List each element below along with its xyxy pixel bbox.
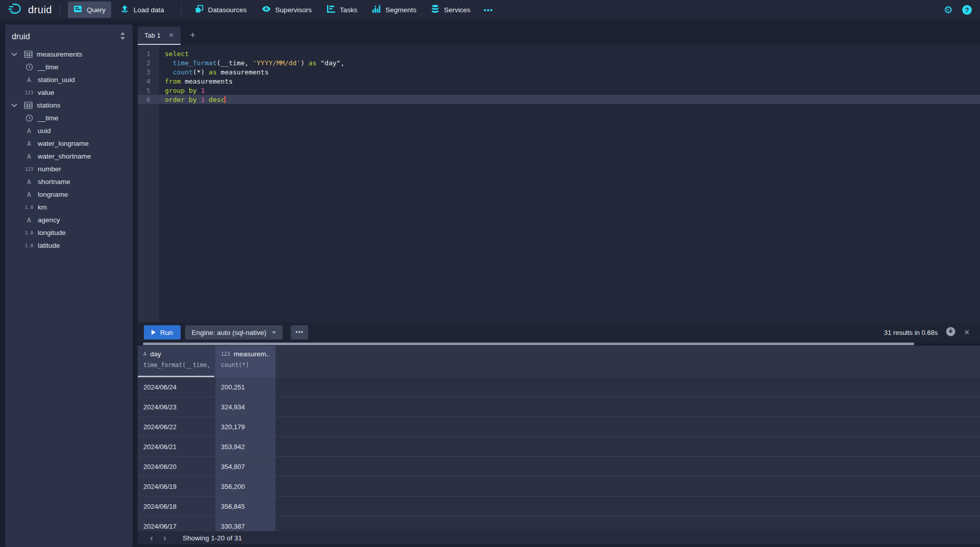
query-more-button[interactable]: ••• bbox=[291, 325, 308, 340]
code-line-3[interactable]: 3 count(*) as measurements bbox=[138, 67, 980, 76]
sidebar-table-measurements[interactable]: measurements bbox=[5, 48, 133, 61]
line-number: 5 bbox=[138, 87, 159, 94]
nav-item-tasks[interactable]: Tasks bbox=[321, 2, 363, 18]
chevron-down-icon[interactable] bbox=[11, 103, 19, 108]
line-number: 6 bbox=[138, 96, 159, 103]
sidebar-table-stations[interactable]: stations bbox=[5, 99, 133, 112]
sidebar-column-number[interactable]: 123number bbox=[5, 163, 133, 175]
tab-close-icon[interactable]: ✕ bbox=[169, 32, 174, 39]
sidebar-column-station_uuid[interactable]: Astation_uuid bbox=[5, 73, 133, 86]
cell-measurements[interactable]: 356,200 bbox=[215, 477, 275, 496]
druid-logo-icon bbox=[8, 3, 23, 17]
tab-query-1[interactable]: Tab 1 ✕ bbox=[138, 27, 181, 45]
next-page-icon[interactable]: › bbox=[158, 533, 171, 542]
chevron-down-icon bbox=[272, 331, 276, 334]
nav-item-supervisors[interactable]: Supervisors bbox=[256, 2, 317, 17]
nav-item-label: Services bbox=[444, 6, 470, 14]
engine-select[interactable]: Engine: auto (sql-native) bbox=[185, 325, 283, 340]
column-header-measurem-[interactable]: 123measurem...count(*) bbox=[215, 346, 275, 377]
horizontal-scrollbar[interactable] bbox=[143, 343, 914, 345]
cell-measurements[interactable]: 354,807 bbox=[215, 457, 275, 476]
sidebar-column-longitude[interactable]: 1.0longitude bbox=[5, 226, 133, 239]
code-line-5[interactable]: 5group by 1 bbox=[138, 86, 980, 95]
cell-measurements[interactable]: 324,934 bbox=[215, 397, 275, 416]
nav-item-load-data[interactable]: Load data bbox=[115, 2, 170, 18]
string-type-icon: A bbox=[23, 191, 35, 198]
sidebar-column-water_shortname[interactable]: Awater_shortname bbox=[5, 150, 133, 163]
sidebar-column-agency[interactable]: Aagency bbox=[5, 214, 133, 226]
code-text: select bbox=[159, 50, 189, 58]
column-expression: count(*) bbox=[221, 361, 270, 369]
code-line-6[interactable]: 6order by 1 desc bbox=[138, 95, 980, 104]
results-body: 2024/06/24200,2512024/06/23324,9342024/0… bbox=[138, 377, 980, 531]
navbar-items: QueryLoad dataDatasourcesSupervisorsTask… bbox=[68, 2, 480, 18]
code-line-1[interactable]: 1select bbox=[138, 49, 980, 58]
navbar-divider bbox=[181, 4, 182, 15]
nav-item-services[interactable]: Services bbox=[425, 2, 476, 18]
code-line-4[interactable]: 4from measurements bbox=[138, 76, 980, 86]
more-icon[interactable]: ••• bbox=[480, 3, 497, 17]
cell-day[interactable]: 2024/06/17 bbox=[138, 516, 215, 531]
run-bar: Run Engine: auto (sql-native) ••• 31 res… bbox=[138, 322, 980, 343]
engine-label: Engine: auto (sql-native) bbox=[192, 329, 266, 336]
cell-measurements[interactable]: 356,845 bbox=[215, 497, 275, 516]
tab-label: Tab 1 bbox=[144, 32, 161, 39]
column-name: value bbox=[38, 89, 54, 96]
cell-day[interactable]: 2024/06/20 bbox=[138, 457, 215, 476]
nav-item-query[interactable]: Query bbox=[68, 2, 111, 18]
query-tabbar: Tab 1 ✕ + bbox=[138, 25, 980, 45]
sidebar-column-latitude[interactable]: 1.0latitude bbox=[5, 239, 133, 252]
play-icon bbox=[152, 330, 156, 335]
new-tab-icon[interactable]: + bbox=[190, 30, 195, 45]
table-name: measurements bbox=[37, 50, 82, 58]
download-icon[interactable] bbox=[946, 327, 956, 338]
sidebar-column-__time[interactable]: __time bbox=[5, 61, 133, 73]
cell-day[interactable]: 2024/06/19 bbox=[138, 477, 215, 496]
table-row: 2024/06/22320,179 bbox=[138, 417, 980, 437]
gear-icon[interactable]: ⚙ bbox=[944, 5, 953, 15]
sidebar-column-__time[interactable]: __time bbox=[5, 112, 133, 124]
table-row: 2024/06/19356,200 bbox=[138, 477, 980, 497]
navbar-divider bbox=[60, 4, 60, 15]
cell-measurements[interactable]: 200,251 bbox=[215, 377, 275, 397]
line-number: 1 bbox=[138, 50, 159, 58]
cell-day[interactable]: 2024/06/22 bbox=[138, 417, 215, 436]
cell-day[interactable]: 2024/06/24 bbox=[138, 377, 215, 397]
column-name: longitude bbox=[38, 229, 66, 237]
nav-item-label: Segments bbox=[385, 6, 416, 14]
close-results-icon[interactable]: ✕ bbox=[964, 328, 970, 336]
table-name: stations bbox=[37, 101, 61, 109]
cell-measurements[interactable]: 330,387 bbox=[215, 516, 275, 531]
app-logo[interactable]: druid bbox=[8, 3, 52, 17]
chevron-down-icon[interactable] bbox=[11, 53, 19, 57]
prev-page-icon[interactable]: ‹ bbox=[145, 533, 158, 542]
nav-item-label: Supervisors bbox=[275, 6, 312, 14]
cell-day[interactable]: 2024/06/18 bbox=[138, 497, 215, 516]
table-row: 2024/06/23324,934 bbox=[138, 397, 980, 417]
code-text: order by 1 desc bbox=[159, 96, 225, 103]
sidebar-column-uuid[interactable]: Auuid bbox=[5, 124, 133, 137]
column-name: number bbox=[38, 165, 61, 173]
sidebar-column-km[interactable]: 1.0km bbox=[5, 201, 133, 214]
sidebar-column-longname[interactable]: Alongname bbox=[5, 188, 133, 201]
schema-header[interactable]: druid bbox=[5, 28, 133, 46]
run-button[interactable]: Run bbox=[144, 325, 181, 340]
line-number: 4 bbox=[138, 77, 159, 85]
sort-icon[interactable] bbox=[119, 32, 126, 42]
sql-editor[interactable]: 1select2 time_format(__time, 'YYYY/MM/dd… bbox=[138, 45, 980, 322]
sidebar-column-shortname[interactable]: Ashortname bbox=[5, 175, 133, 188]
cell-day[interactable]: 2024/06/23 bbox=[138, 397, 215, 416]
cell-measurements[interactable]: 353,942 bbox=[215, 437, 275, 456]
column-header-day[interactable]: Adaytime_format(__time, … bbox=[138, 346, 215, 377]
cell-measurements[interactable]: 320,179 bbox=[215, 417, 275, 436]
column-name: km bbox=[38, 203, 47, 211]
code-line-2[interactable]: 2 time_format(__time, 'YYYY/MM/dd') as "… bbox=[138, 58, 980, 67]
help-icon[interactable]: ? bbox=[962, 5, 972, 15]
code-text: group by 1 bbox=[159, 87, 205, 94]
nav-item-datasources[interactable]: Datasources bbox=[189, 2, 253, 18]
sidebar-column-water_longname[interactable]: Awater_longname bbox=[5, 137, 133, 150]
sidebar-column-value[interactable]: 123value bbox=[5, 86, 133, 99]
nav-item-label: Datasources bbox=[208, 6, 247, 14]
nav-item-segments[interactable]: Segments bbox=[366, 2, 422, 18]
cell-day[interactable]: 2024/06/21 bbox=[138, 437, 215, 456]
